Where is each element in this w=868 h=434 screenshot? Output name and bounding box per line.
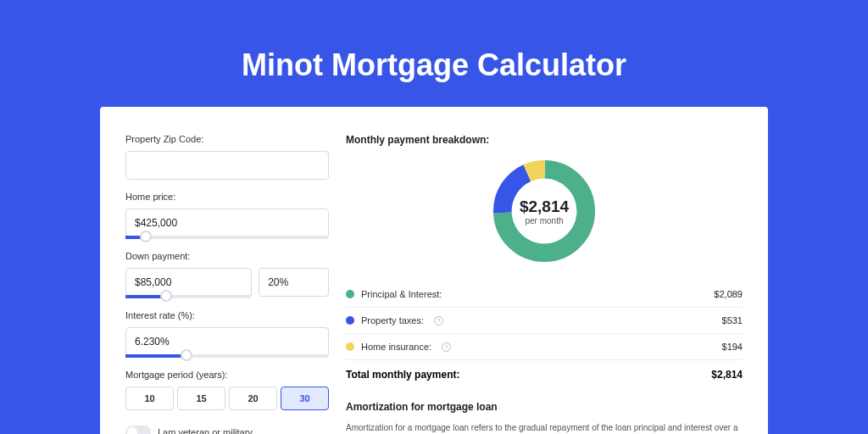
breakdown-panel: Monthly payment breakdown: $2,814 per mo…: [346, 134, 743, 434]
total-value: $2,814: [711, 369, 743, 381]
legend-row-taxes: Property taxes: ? $531: [346, 308, 743, 334]
period-label: Mortgage period (years):: [125, 370, 329, 380]
zip-label: Property Zip Code:: [125, 134, 329, 144]
breakdown-heading: Monthly payment breakdown:: [346, 134, 743, 146]
period-btn-10[interactable]: 10: [125, 387, 174, 410]
amort-text: Amortization for a mortgage loan refers …: [346, 421, 743, 434]
form-panel: Property Zip Code: Home price: Down paym…: [125, 134, 329, 434]
donut-chart: $2,814 per month: [346, 156, 743, 266]
legend-label: Home insurance:: [361, 342, 431, 352]
hero-section: Minot Mortgage Calculator Property Zip C…: [0, 0, 868, 434]
legend-row-insurance: Home insurance: ? $194: [346, 334, 743, 360]
period-group: 10 15 20 30: [125, 387, 329, 410]
legend-row-principal: Principal & Interest: $2,089: [346, 281, 743, 308]
legend-label: Property taxes:: [361, 315, 424, 326]
page-title: Minot Mortgage Calculator: [0, 0, 868, 107]
zip-input[interactable]: [125, 151, 329, 180]
dot-icon-green: [346, 290, 354, 298]
down-slider[interactable]: [125, 295, 252, 298]
info-icon[interactable]: ?: [442, 342, 451, 352]
veteran-label: I am veteran or military: [158, 427, 253, 434]
rate-slider[interactable]: [125, 354, 329, 358]
legend-value: $531: [722, 315, 743, 326]
legend-value: $194: [722, 342, 743, 352]
price-label: Home price:: [125, 192, 329, 202]
calculator-card: Property Zip Code: Home price: Down paym…: [100, 107, 768, 434]
donut-center-value: $2,814: [520, 198, 569, 216]
total-label: Total monthly payment:: [346, 369, 459, 381]
period-btn-20[interactable]: 20: [229, 387, 277, 410]
info-icon[interactable]: ?: [434, 316, 443, 326]
down-pct-input[interactable]: [259, 268, 329, 297]
rate-input[interactable]: [125, 327, 329, 356]
rate-label: Interest rate (%):: [125, 310, 329, 320]
period-btn-15[interactable]: 15: [177, 387, 225, 410]
down-label: Down payment:: [125, 251, 329, 261]
total-row: Total monthly payment: $2,814: [346, 360, 743, 392]
dot-icon-yellow: [346, 342, 354, 351]
legend-label: Principal & Interest:: [361, 289, 442, 299]
legend-value: $2,089: [714, 289, 743, 299]
amort-heading: Amortization for mortgage loan: [346, 401, 743, 413]
price-slider[interactable]: [125, 236, 329, 239]
price-input[interactable]: [125, 209, 329, 237]
veteran-toggle[interactable]: [125, 426, 151, 434]
donut-center-sub: per month: [525, 216, 563, 225]
down-amount-input[interactable]: [125, 268, 252, 297]
period-btn-30[interactable]: 30: [281, 387, 329, 410]
dot-icon-blue: [346, 316, 354, 325]
